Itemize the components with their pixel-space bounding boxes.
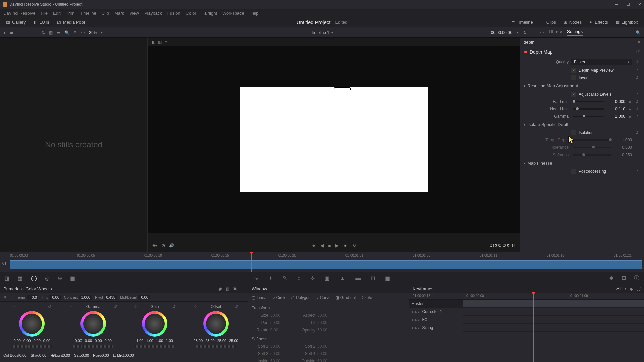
wheel-val[interactable]: 0.00 <box>75 339 82 343</box>
lightbox-button[interactable]: ▦Lightbox <box>613 19 640 26</box>
reset-icon[interactable]: ↺ <box>635 114 639 119</box>
scopes-icon[interactable]: ⊞ <box>622 275 626 282</box>
menu-edit[interactable]: Edit <box>53 11 60 16</box>
clips-button[interactable]: ▭Clips <box>538 19 558 26</box>
wheel-val[interactable]: 0.00 <box>85 339 92 343</box>
wheel-val[interactable]: 0.00 <box>43 339 50 343</box>
sizing-icon[interactable]: ⊡ <box>371 275 375 281</box>
3d-icon[interactable]: ▣ <box>385 275 390 281</box>
reset-icon[interactable]: ↺ <box>635 75 639 80</box>
wheel-val[interactable]: 25.00 <box>194 339 203 343</box>
color-match-icon[interactable]: ▦ <box>18 275 23 281</box>
viewer-scrubber[interactable] <box>151 233 517 237</box>
invert-checkbox[interactable] <box>571 75 576 80</box>
hilight-value[interactable]: 0.00 <box>63 353 70 357</box>
curves-icon[interactable]: ∿ <box>254 275 258 281</box>
near-limit-value[interactable]: 0.110 <box>608 107 625 111</box>
motion-effects-icon[interactable]: ▣ <box>70 275 75 281</box>
search-icon[interactable]: 🔍 <box>64 30 69 35</box>
loop-icon[interactable]: ↻ <box>523 30 527 35</box>
awb-icon[interactable]: ⊹ <box>10 295 13 299</box>
wheel-val[interactable]: 1.00 <box>156 339 163 343</box>
luts-button[interactable]: ◧LUTs <box>31 19 51 26</box>
wheel-val[interactable]: 25.00 <box>205 339 215 343</box>
stop-icon[interactable]: ■ <box>328 243 331 248</box>
menu-color[interactable]: Color <box>186 11 196 16</box>
key-icon[interactable]: ▬ <box>355 275 361 281</box>
section-adjust-header[interactable]: ▾ Resulting Map Adjustment <box>520 81 644 90</box>
keyframes-playhead[interactable] <box>533 293 534 362</box>
magic-mask-icon[interactable]: ▣ <box>325 275 330 281</box>
keyframe-icon[interactable]: ◆ <box>628 115 632 118</box>
expand-icon[interactable]: ⛶ <box>636 286 641 291</box>
more-icon[interactable]: ⋯ <box>240 286 245 291</box>
quality-select[interactable]: Faster ▾ <box>571 59 632 65</box>
shape-polygon[interactable]: ⬠Polygon <box>291 295 310 300</box>
section-finesse-header[interactable]: ▾ Map Finesse <box>520 159 644 168</box>
postprocessing-checkbox[interactable] <box>571 169 576 174</box>
menu-playback[interactable]: Playback <box>144 11 162 16</box>
menu-fusion[interactable]: Fusion <box>167 11 180 16</box>
wheel-jog[interactable] <box>135 345 175 348</box>
play-icon[interactable]: ▶ <box>335 243 339 248</box>
next-frame-icon[interactable]: ⏭ <box>343 243 348 248</box>
timeline-clip[interactable] <box>10 260 642 269</box>
reset-icon[interactable]: ↺ <box>635 92 639 97</box>
tab-settings[interactable]: Settings <box>567 29 583 36</box>
effect-active-icon[interactable] <box>524 51 527 53</box>
gallery-button[interactable]: ▦Gallery <box>4 19 28 26</box>
keyframes-filter[interactable]: All <box>616 286 621 291</box>
reset-icon[interactable]: ↺ <box>635 107 639 111</box>
menu-mark[interactable]: Mark <box>114 11 124 16</box>
hue-value[interactable]: 50.00 <box>100 353 109 357</box>
wheel-jog[interactable] <box>73 345 113 348</box>
adjust-levels-checkbox[interactable]: ✓ <box>571 92 576 97</box>
chevron-down-icon[interactable]: ▾ <box>101 31 103 34</box>
menu-timeline[interactable]: Timeline <box>80 11 96 16</box>
unmix-icon[interactable]: ◔ <box>162 243 165 248</box>
grid-view-icon[interactable]: ▦ <box>49 30 53 35</box>
gamma-value[interactable]: 1.000 <box>608 114 625 119</box>
picker-icon[interactable]: ⊹ <box>12 304 16 309</box>
wheel-mode-icon[interactable]: ◉ <box>218 286 222 291</box>
rgb-mixer-icon[interactable]: ⊕ <box>58 275 62 281</box>
prev-frame-icon[interactable]: ◀ <box>320 243 324 248</box>
window-icon[interactable]: ○ <box>297 275 301 281</box>
isolation-checkbox[interactable] <box>571 130 576 135</box>
shape-circle[interactable]: ○Circle <box>272 295 286 300</box>
shape-delete[interactable]: Delete <box>361 295 372 300</box>
chevron-down-icon[interactable]: ▾ <box>517 31 519 34</box>
wheel-val[interactable]: 1.00 <box>166 339 173 343</box>
reset-icon[interactable]: ↺ <box>635 99 639 104</box>
color-wheel[interactable] <box>203 311 229 337</box>
lmix-value[interactable]: 100.00 <box>123 353 134 357</box>
menu-fairlight[interactable]: Fairlight <box>202 11 217 16</box>
wheel-val[interactable]: 0.00 <box>33 339 40 343</box>
picker-icon[interactable]: ⊹ <box>194 304 197 309</box>
keyframes-lanes[interactable] <box>463 300 644 362</box>
picker-icon[interactable]: ✥ <box>3 295 6 299</box>
sort-icon[interactable]: ⇅ <box>42 30 45 35</box>
blur-icon[interactable]: ▲ <box>340 275 345 281</box>
list-view-icon[interactable]: ☰ <box>57 30 60 35</box>
window-maximize[interactable]: ☐ <box>626 2 630 7</box>
timeline-button[interactable]: ≡Timeline <box>510 19 535 26</box>
reset-icon[interactable]: ↺ <box>48 304 51 309</box>
reset-effect-icon[interactable]: ↺ <box>636 49 640 55</box>
chevron-down-icon[interactable]: ▾ <box>625 287 626 290</box>
menu-resolve[interactable]: DaVinci Resolve <box>3 11 35 16</box>
record-icon[interactable]: ● <box>3 30 6 35</box>
kf-tree-fx[interactable]: ● ◆ ▸FX <box>409 316 463 324</box>
wheel-val[interactable]: 1.00 <box>146 339 153 343</box>
menu-trim[interactable]: Trim <box>66 11 75 16</box>
loop-toggle-icon[interactable]: ↻ <box>353 243 356 248</box>
color-wheel[interactable] <box>80 311 106 337</box>
menu-workspace[interactable]: Workspace <box>222 11 244 16</box>
contrast-value[interactable]: 1.000 <box>79 295 92 300</box>
timeline-ruler[interactable]: 01:00:00:00 01:00:00:05 01:00:00:10 01:0… <box>0 252 644 260</box>
menu-view[interactable]: View <box>129 11 139 16</box>
sat-value[interactable]: 50.00 <box>79 353 89 357</box>
wheel-val[interactable]: 25.00 <box>217 339 227 343</box>
clear-search-icon[interactable]: ✕ <box>637 40 641 45</box>
reset-icon[interactable]: ↺ <box>235 304 238 309</box>
